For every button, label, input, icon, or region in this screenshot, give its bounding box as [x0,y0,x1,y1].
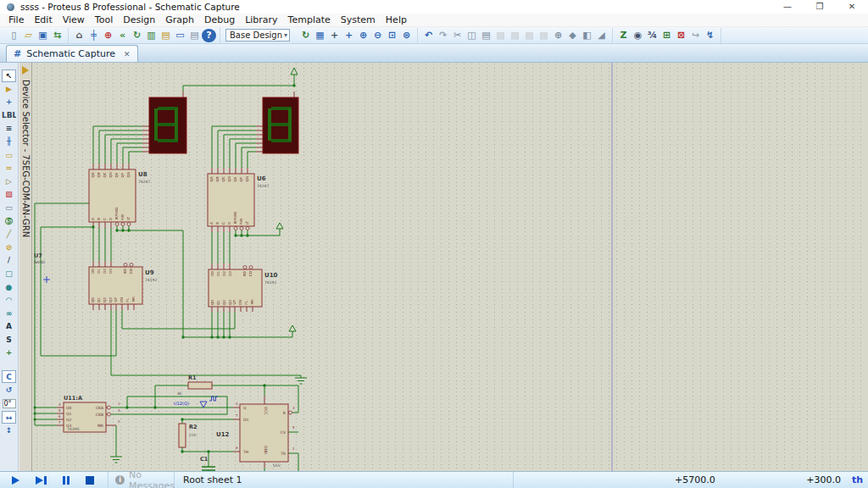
menu-item[interactable]: Template [283,14,336,25]
refresh-view[interactable]: ↻ [298,29,313,42]
block-move[interactable]: ▩ [508,29,522,42]
property-report[interactable]: ▤ [187,29,202,42]
schematic-drawing[interactable]: U8 74247 U6 74247 U9 74192 U10 74192 U7 … [0,63,868,471]
electrical-rule-check[interactable]: ↯ [703,29,717,42]
x-mirror[interactable]: ↔ [2,411,16,424]
new-root-sheet[interactable]: ⊞ [659,29,674,42]
component-mode[interactable]: ▶ [2,83,16,96]
property-assignment[interactable]: ¾ [645,29,659,42]
component-u8[interactable] [89,169,136,222]
device-selector-panel[interactable]: Device Selector - 7SEG-COM-AN-GRN [19,63,32,471]
pick-parts[interactable]: ⊕ [551,29,565,42]
copy[interactable]: ◫ [465,29,479,42]
voltage-probe[interactable] [200,396,218,408]
maximize-button[interactable]: ❐ [804,0,836,14]
2d-text-mode[interactable]: A [2,320,16,333]
2d-arc-mode[interactable]: ◠ [2,294,16,307]
make-device[interactable]: ◆ [565,29,580,42]
new-sheet[interactable]: ╪ [86,29,101,42]
2d-path-mode[interactable]: ∞ [2,308,16,320]
rotate-anticlockwise[interactable]: ↺ [2,384,16,396]
home-page[interactable]: ⌂ [72,29,86,42]
close-button[interactable]: ✕ [836,0,868,14]
stop-button[interactable] [86,476,94,485]
zoom-in[interactable]: ⊕ [356,29,370,42]
component-u9[interactable] [89,267,142,304]
save-design[interactable]: ▣ [36,29,50,42]
2d-symbol-mode[interactable]: S [2,334,16,347]
new-design[interactable]: ▯ [7,29,21,42]
import-project[interactable]: ⇆ [50,29,64,42]
2d-box-mode[interactable]: □ [2,268,16,280]
step-button[interactable] [36,476,47,485]
zoom-all[interactable]: ⊛ [399,29,414,42]
block-copy[interactable]: ▩ [493,29,508,42]
false-origin[interactable]: + [327,29,342,42]
zoom-out[interactable]: ⊖ [370,29,385,42]
toggle-grid[interactable]: ▦ [313,29,327,42]
seven-seg-display-2[interactable] [263,97,298,153]
packaging-tool[interactable]: ◧ [580,29,594,42]
component-u6[interactable] [208,174,254,226]
pan-center[interactable]: + [342,29,356,42]
component-r1[interactable] [188,382,212,389]
text-script-mode[interactable]: ≡ [2,122,16,135]
design-explorer[interactable]: ▥ [144,29,159,42]
block-delete[interactable]: ▩ [537,29,551,42]
selection-mode[interactable]: ↖ [2,69,16,82]
rotate-clockwise[interactable]: C [2,370,16,383]
redo[interactable]: ↷ [436,29,450,42]
2d-marker-mode[interactable]: + [2,347,16,359]
tab-schematic-capture[interactable]: # Schematic Capture ✕ [6,45,138,62]
generator-mode[interactable]: Ⓢ [2,215,16,228]
device-pins-mode[interactable]: ▷ [2,175,16,188]
zoom-area[interactable]: ⊡ [385,29,399,42]
block-rotate[interactable]: ▩ [522,29,537,42]
project-notes[interactable]: ▤ [159,29,173,42]
design-combo[interactable]: Base Design ▾ [225,29,290,42]
2d-circle-mode[interactable]: ● [2,281,16,294]
voltage-probe-mode[interactable]: ╱ [2,228,16,241]
decompose[interactable]: ◢ [594,29,609,42]
component-r2[interactable] [179,424,186,447]
buses-mode[interactable]: ╫ [2,136,16,148]
terminals-mode[interactable]: = [2,162,16,175]
menu-item[interactable]: System [336,14,381,25]
menu-item[interactable]: Tool [90,14,118,25]
menu-item[interactable]: Debug [199,14,240,25]
2d-line-mode[interactable]: / [2,254,16,267]
current-probe-mode[interactable]: ⊘ [2,241,16,254]
menu-item[interactable]: Design [118,14,160,25]
exit-to-parent[interactable]: ↪ [688,29,703,42]
graph-mode[interactable]: ▧ [2,188,16,201]
search-and-tag[interactable]: ◉ [631,29,645,42]
play-button[interactable] [12,476,19,485]
wire-label-mode[interactable]: LBL [2,109,16,122]
tab-close-icon[interactable]: ✕ [124,50,131,58]
remove-sheet[interactable]: ⊠ [674,29,688,42]
menu-item[interactable]: View [58,14,90,25]
seven-seg-display-1[interactable] [149,97,186,153]
wire-autorouter[interactable]: Z [616,29,631,42]
pause-button[interactable] [63,476,70,485]
markup-origin[interactable]: ⊕ [101,29,115,42]
menu-item[interactable]: Help [381,14,412,25]
menu-item[interactable]: Graph [160,14,199,25]
menu-item[interactable]: Library [240,14,282,25]
previous-sheet[interactable]: « [115,29,130,42]
menu-item[interactable]: Edit [29,14,57,25]
subcircuit-mode[interactable]: ▭ [2,149,16,162]
redraw-display[interactable]: ↻ [130,29,144,42]
tape-recorder-mode[interactable]: ▭ [2,202,16,214]
open-design[interactable]: ▱ [21,29,36,42]
y-mirror[interactable]: ↕ [2,424,16,437]
help[interactable]: ? [202,29,216,42]
menu-item[interactable]: File [3,14,29,25]
undo[interactable]: ↶ [421,29,436,42]
junction-dot-mode[interactable]: + [2,96,16,108]
component-u10[interactable] [209,269,262,307]
cut[interactable]: ✂ [450,29,465,42]
rotation-angle-field[interactable] [3,399,16,408]
bill-of-materials[interactable]: ▭ [173,29,187,42]
paste[interactable]: ▤ [479,29,493,42]
